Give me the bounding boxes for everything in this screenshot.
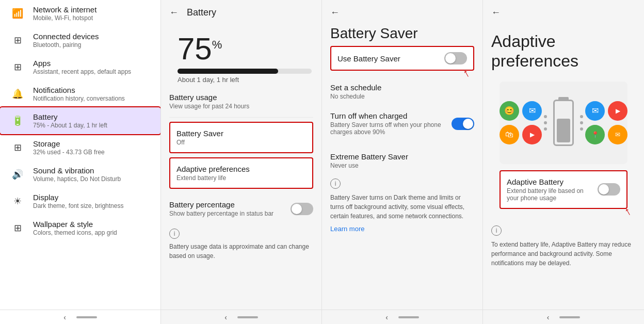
network-icon: 📶 bbox=[8, 8, 27, 19]
battery-percentage-toggle[interactable] bbox=[291, 203, 313, 215]
battery-panel-content: 75% About 1 day, 1 hr left Battery usage… bbox=[161, 25, 321, 310]
adaptive-battery-toggle[interactable] bbox=[598, 183, 620, 196]
sidebar-item-apps[interactable]: ⊞ Apps Assistant, recent apps, default a… bbox=[0, 54, 160, 80]
sidebar-item-wallpaper[interactable]: ⊞ Wallpaper & style Colors, themed icons… bbox=[0, 215, 160, 241]
sidebar-item-subtitle: Dark theme, font size, brightness bbox=[33, 202, 123, 209]
battery-info-text: Battery usage data is approximate and ca… bbox=[169, 242, 313, 261]
sidebar-item-label: Network & internet bbox=[33, 5, 96, 14]
sidebar-item-label: Display bbox=[33, 193, 123, 202]
connector-right bbox=[580, 115, 583, 131]
battery-graphic bbox=[553, 100, 574, 146]
battery-bar bbox=[178, 69, 312, 74]
battery-panel-title: Battery bbox=[187, 7, 216, 18]
storage-icon: ⊞ bbox=[8, 142, 27, 153]
battery-icon: 🔋 bbox=[8, 115, 27, 126]
battery-saver-item[interactable]: Battery Saver Off bbox=[169, 122, 313, 153]
battery-time-left: About 1 day, 1 hr left bbox=[178, 76, 305, 84]
adaptive-prefs-item[interactable]: Adaptive preferences Extend battery life bbox=[169, 157, 313, 189]
nav-pill bbox=[76, 316, 97, 318]
adaptive-info-text: To extend battery life, Adaptive Battery… bbox=[491, 240, 636, 268]
saver-info-row: i bbox=[330, 174, 474, 191]
sidebar-item-sound[interactable]: 🔊 Sound & vibration Volume, haptics, Do … bbox=[0, 161, 160, 188]
saver-nav-back[interactable]: ‹ bbox=[385, 313, 388, 321]
battery-saver-page-title: Battery Saver bbox=[322, 25, 482, 46]
connector-left bbox=[544, 115, 547, 131]
learn-more-link[interactable]: Learn more bbox=[330, 223, 474, 235]
saver-info-text: Battery Saver turns on Dark theme and li… bbox=[330, 193, 474, 221]
battery-level-display: 75% About 1 day, 1 hr left bbox=[169, 25, 313, 86]
adaptive-nav-pill bbox=[559, 316, 580, 318]
extreme-saver-item[interactable]: Extreme Battery Saver Never use bbox=[330, 147, 474, 174]
sidebar-item-storage[interactable]: ⊞ Storage 32% used - 43.73 GB free bbox=[0, 134, 160, 161]
notifications-icon: 🔔 bbox=[8, 88, 27, 100]
schedule-subtitle: No schedule bbox=[330, 93, 474, 100]
battery-bar-fill bbox=[178, 69, 278, 74]
adaptive-prefs-subtitle: Extend battery life bbox=[176, 174, 306, 182]
extreme-title: Extreme Battery Saver bbox=[330, 152, 474, 161]
turn-off-title: Turn off when charged bbox=[330, 111, 445, 120]
sidebar-item-subtitle: Volume, haptics, Do Not Disturb bbox=[33, 175, 121, 183]
use-saver-wrapper: Use Battery Saver ↑ bbox=[330, 46, 474, 71]
app-icon-r0: ✉ bbox=[585, 101, 605, 121]
adaptive-page-title: Adaptive preferences bbox=[483, 25, 644, 75]
sidebar-panel: 📶 Network & internet Mobile, Wi-Fi, hots… bbox=[0, 0, 161, 324]
sidebar-item-label: Sound & vibration bbox=[33, 166, 121, 175]
turn-off-charged-item[interactable]: Turn off when charged Battery Saver turn… bbox=[330, 104, 474, 143]
sidebar-item-display[interactable]: ☀ Display Dark theme, font size, brightn… bbox=[0, 188, 160, 215]
turn-off-toggle[interactable] bbox=[452, 118, 474, 130]
adaptive-battery-title: Adaptive Battery bbox=[507, 177, 591, 186]
battery-saver-content: Use Battery Saver ↑ Set a schedule No sc… bbox=[322, 46, 482, 310]
sidebar-item-notifications[interactable]: 🔔 Notifications Notification history, co… bbox=[0, 80, 160, 107]
battery-saver-back-button[interactable]: ← bbox=[330, 7, 340, 18]
sidebar-item-subtitle: 75% - About 1 day, 1 hr left bbox=[33, 122, 107, 129]
sidebar-item-subtitle: Assistant, recent apps, default apps bbox=[33, 68, 131, 75]
adaptive-battery-wrapper: Adaptive Battery Extend battery life bas… bbox=[491, 170, 636, 209]
use-saver-toggle[interactable] bbox=[444, 52, 467, 64]
battery-panel-header: ← Battery bbox=[161, 0, 321, 25]
sidebar-item-label: Battery bbox=[33, 112, 107, 121]
battery-percentage-item[interactable]: Battery percentage Show battery percenta… bbox=[169, 193, 313, 224]
adaptive-battery-subtitle: Extend battery life based on your phone … bbox=[507, 187, 591, 202]
sidebar-item-connected[interactable]: ⊞ Connected devices Bluetooth, pairing bbox=[0, 27, 160, 54]
battery-nav-back[interactable]: ‹ bbox=[224, 313, 227, 321]
saver-info-icon[interactable]: i bbox=[330, 179, 341, 189]
sidebar-item-network[interactable]: 📶 Network & internet Mobile, Wi-Fi, hots… bbox=[0, 0, 160, 27]
schedule-title: Set a schedule bbox=[330, 83, 474, 92]
saver-nav-pill bbox=[398, 316, 419, 318]
battery-panel: ← Battery 75% About 1 day, 1 hr left Bat… bbox=[161, 0, 322, 324]
battery-info-icon[interactable]: i bbox=[169, 229, 180, 239]
adaptive-prefs-title: Adaptive preferences bbox=[176, 165, 306, 173]
adaptive-content: 😊 🛍 ✉ ▶ ✉ 📍 bbox=[483, 75, 644, 310]
battery-saver-header: ← bbox=[322, 0, 482, 25]
use-saver-knob bbox=[445, 53, 456, 63]
turn-off-knob bbox=[463, 119, 473, 129]
adaptive-info-icon[interactable]: i bbox=[491, 225, 502, 236]
sidebar-item-battery[interactable]: 🔋 Battery 75% - About 1 day, 1 hr left bbox=[0, 107, 160, 134]
use-battery-saver-item[interactable]: Use Battery Saver bbox=[330, 46, 474, 71]
adaptive-battery-knob bbox=[599, 184, 609, 195]
adaptive-battery-item[interactable]: Adaptive Battery Extend battery life bas… bbox=[500, 170, 627, 209]
adaptive-panel-header: ← bbox=[483, 0, 644, 25]
sidebar-item-label: Notifications bbox=[33, 86, 125, 94]
battery-nav-pill bbox=[237, 316, 258, 318]
battery-back-button[interactable]: ← bbox=[169, 7, 179, 18]
sidebar-nav-bar: ‹ bbox=[0, 310, 160, 324]
sidebar-item-subtitle: Bluetooth, pairing bbox=[33, 41, 99, 48]
nav-back-chevron[interactable]: ‹ bbox=[63, 313, 66, 321]
adaptive-back-button[interactable]: ← bbox=[491, 7, 501, 18]
sidebar-item-label: Storage bbox=[33, 139, 105, 148]
saver-nav-bar: ‹ bbox=[322, 310, 482, 324]
app-icon-3: ▶ bbox=[522, 125, 542, 144]
app-icon-r1: ▶ bbox=[608, 101, 627, 121]
toggle-knob bbox=[292, 204, 302, 214]
battery-fill bbox=[557, 119, 570, 142]
apps-icon: ⊞ bbox=[8, 61, 27, 73]
battery-percentage-number: 75% bbox=[178, 31, 222, 66]
battery-nav-bar: ‹ bbox=[161, 310, 321, 324]
app-icons-left: 😊 🛍 ✉ ▶ bbox=[500, 101, 542, 144]
battery-usage-item[interactable]: Battery usage View usage for past 24 hou… bbox=[169, 86, 313, 118]
battery-saver-subtitle: Off bbox=[176, 139, 306, 146]
adaptive-nav-back[interactable]: ‹ bbox=[547, 313, 550, 321]
wallpaper-icon: ⊞ bbox=[8, 222, 27, 234]
schedule-item[interactable]: Set a schedule No schedule bbox=[330, 83, 474, 100]
